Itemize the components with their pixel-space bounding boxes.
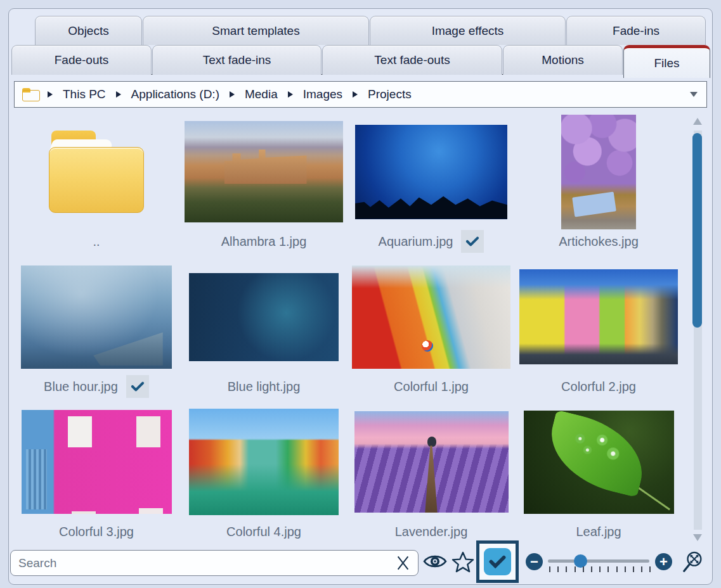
vertical-scrollbar	[692, 113, 703, 545]
breadcrumb-item-this-pc[interactable]: This PC	[63, 87, 106, 101]
file-item-blue-light[interactable]: Blue light.jpg	[180, 258, 348, 397]
file-item-artichokes[interactable]: Artichokes.jpg	[515, 113, 682, 252]
check-icon	[484, 548, 511, 575]
tab-fade-outs[interactable]: Fade-outs	[11, 45, 152, 75]
tab-smart-templates[interactable]: Smart templates	[143, 16, 369, 45]
selected-check-badge[interactable]	[126, 375, 149, 398]
thumbnail-size-slider	[545, 546, 652, 575]
tab-text-fade-ins[interactable]: Text fade-ins	[152, 45, 322, 75]
check-filter-button[interactable]	[476, 540, 519, 583]
file-name: Colorful 1.jpg	[394, 380, 469, 394]
thumbnail-aquarium[interactable]	[355, 125, 507, 219]
search-box	[10, 550, 419, 576]
file-name: Aquarium.jpg	[379, 234, 453, 249]
file-item-blue-hour[interactable]: Blue hour.jpg	[13, 258, 180, 397]
tab-text-fade-outs[interactable]: Text fade-outs	[322, 45, 502, 75]
clear-search-icon[interactable]	[394, 554, 412, 572]
scroll-down-icon[interactable]	[693, 534, 702, 541]
thumbnail-lavender[interactable]	[354, 411, 509, 513]
eye-icon[interactable]	[422, 552, 448, 571]
tab-fade-ins[interactable]: Fade-ins	[566, 16, 706, 45]
bottom-toolbar: − +	[9, 546, 712, 583]
file-item-alhambra[interactable]: Alhambra 1.jpg	[180, 113, 348, 252]
file-item-colorful-4[interactable]: Colorful 4.jpg	[180, 403, 348, 542]
breadcrumb-arrow-icon	[288, 91, 293, 98]
parent-folder-icon[interactable]	[49, 131, 144, 213]
file-name: Colorful 3.jpg	[59, 525, 134, 539]
file-name: Lavender.jpg	[395, 525, 468, 539]
tab-motions[interactable]: Motions	[503, 45, 623, 75]
thumbnail-colorful-2[interactable]	[519, 269, 678, 364]
breadcrumb: This PC Applications (D:) Media Images P…	[14, 81, 707, 108]
breadcrumb-arrow-icon	[230, 91, 235, 98]
star-icon[interactable]	[451, 551, 475, 573]
breadcrumb-item-media[interactable]: Media	[245, 87, 278, 101]
breadcrumb-arrow-icon	[353, 91, 358, 98]
file-name: Alhambra 1.jpg	[221, 234, 307, 249]
thumbnail-colorful-4[interactable]	[189, 409, 339, 515]
file-name: ..	[93, 234, 100, 249]
slider-thumb[interactable]	[574, 554, 587, 568]
thumbnail-blue-light[interactable]	[189, 273, 339, 361]
file-browser-screen: { "tabs": { "row1": [ {"label": "Objects…	[0, 0, 721, 588]
breadcrumb-arrow-icon	[48, 91, 53, 98]
file-grid: .. Alhambra 1.jpg Aquarium.jpg Artichoke…	[13, 113, 687, 542]
file-name: Blue light.jpg	[228, 380, 301, 394]
browser-panel: Objects Smart templates Image effects Fa…	[8, 8, 713, 585]
tab-image-effects[interactable]: Image effects	[370, 16, 566, 45]
thumbnail-colorful-3[interactable]	[22, 410, 172, 514]
file-item-colorful-1[interactable]: Colorful 1.jpg	[348, 258, 515, 397]
zoom-out-button[interactable]: −	[526, 553, 543, 570]
slider-ticks	[549, 566, 651, 572]
thumbnail-leaf[interactable]	[524, 411, 674, 514]
file-item-parent-folder[interactable]: ..	[13, 113, 180, 252]
file-name: Colorful 2.jpg	[561, 380, 636, 394]
zoom-fit-icon[interactable]	[681, 550, 705, 574]
file-name: Leaf.jpg	[576, 525, 621, 539]
file-name: Blue hour.jpg	[44, 380, 118, 394]
search-input[interactable]	[11, 556, 392, 570]
breadcrumb-item-projects[interactable]: Projects	[368, 87, 412, 101]
file-name: Colorful 4.jpg	[226, 525, 301, 539]
file-name: Artichokes.jpg	[559, 234, 639, 249]
scrollbar-thumb[interactable]	[692, 133, 702, 328]
breadcrumb-arrow-icon	[116, 91, 121, 98]
file-item-colorful-2[interactable]: Colorful 2.jpg	[515, 258, 682, 397]
folder-icon	[22, 88, 40, 101]
file-item-lavender[interactable]: Lavender.jpg	[348, 403, 515, 542]
thumbnail-alhambra[interactable]	[185, 121, 343, 222]
file-item-aquarium[interactable]: Aquarium.jpg	[348, 113, 515, 252]
tab-objects[interactable]: Objects	[35, 16, 142, 45]
thumbnail-colorful-1[interactable]	[352, 265, 510, 369]
breadcrumb-dropdown-icon[interactable]	[690, 92, 698, 97]
breadcrumb-item-images[interactable]: Images	[303, 87, 342, 101]
file-item-leaf[interactable]: Leaf.jpg	[515, 403, 682, 542]
thumbnail-artichokes[interactable]	[561, 115, 636, 229]
breadcrumb-item-drive[interactable]: Applications (D:)	[131, 87, 219, 101]
file-item-colorful-3[interactable]: Colorful 3.jpg	[13, 403, 180, 542]
scroll-up-icon[interactable]	[693, 118, 702, 125]
thumbnail-blue-hour[interactable]	[21, 265, 172, 369]
tab-files[interactable]: Files	[623, 45, 710, 78]
slider-track[interactable]	[548, 559, 649, 563]
selected-check-badge[interactable]	[461, 230, 484, 253]
zoom-in-button[interactable]: +	[655, 553, 672, 570]
